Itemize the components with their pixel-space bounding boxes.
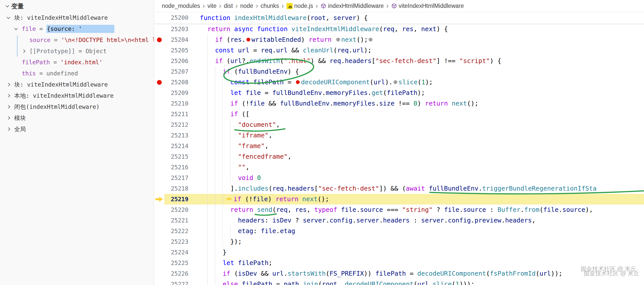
line-number[interactable]: 25220	[164, 205, 188, 215]
line-number[interactable]: 25215	[164, 151, 188, 162]
tree-chevron-icon[interactable]	[22, 50, 29, 52]
line-number[interactable]: 25205	[164, 45, 188, 56]
code-text: "iframe",	[188, 130, 644, 141]
line-number[interactable]: 25212	[164, 119, 188, 130]
line-number[interactable]: 25222	[164, 226, 188, 236]
gutter-glyph-margin[interactable]	[154, 247, 164, 258]
sticky-scroll-line[interactable]: 25200function indexHtmlMiddleware(root, …	[154, 12, 644, 24]
breakpoint-icon[interactable]	[154, 34, 164, 45]
gutter-glyph-margin[interactable]	[154, 119, 164, 130]
code-token: url	[238, 47, 249, 54]
section-collapse-chevron-icon[interactable]	[6, 4, 9, 7]
line-number[interactable]: 25210	[164, 98, 188, 109]
gutter-glyph-margin[interactable]	[154, 258, 164, 268]
line-number[interactable]: 25207	[164, 66, 188, 77]
variable-row[interactable]: 块: viteIndexHtmlMiddleware	[0, 12, 154, 23]
line-number[interactable]: 25223	[164, 236, 188, 247]
variable-row[interactable]: 块: viteIndexHtmlMiddleware	[0, 79, 154, 90]
line-number[interactable]: 25219	[164, 194, 188, 205]
tree-chevron-icon[interactable]	[7, 117, 14, 119]
variables-section-header[interactable]: 变量	[0, 0, 154, 12]
line-number[interactable]: 25225	[164, 258, 188, 268]
line-number[interactable]: 25226	[164, 268, 188, 279]
code-token: return	[425, 100, 452, 107]
gutter-glyph-margin[interactable]	[154, 66, 164, 77]
line-number[interactable]: 25216	[164, 162, 188, 173]
variable-row[interactable]: 模块	[0, 112, 154, 124]
gutter-glyph-margin[interactable]	[154, 205, 164, 215]
code-token: url	[272, 270, 284, 277]
line-number[interactable]: 25200	[164, 12, 188, 24]
line-number[interactable]: 25227	[164, 279, 188, 285]
gutter-glyph-margin[interactable]	[154, 88, 164, 98]
gutter-glyph-margin[interactable]	[154, 12, 164, 24]
variable-row[interactable]: 本地: viteIndexHtmlMiddleware	[0, 90, 154, 101]
variable-row[interactable]: file = {source: '	[0, 23, 154, 34]
breadcrumb-item[interactable]: node_modules	[162, 3, 200, 9]
gutter-glyph-margin[interactable]	[154, 215, 164, 226]
code-line: 25204 if (res.writableEnded) return next…	[154, 34, 644, 45]
variable-row[interactable]: source = '\n<!DOCTYPE html>\n<html la	[0, 34, 154, 46]
line-number[interactable]: 25209	[164, 88, 188, 98]
variable-row[interactable]: [[Prototype]] = Object	[0, 46, 154, 57]
code-token: root	[322, 280, 337, 285]
breadcrumb-item[interactable]: chunks	[261, 3, 279, 9]
gutter-glyph-margin[interactable]	[154, 279, 164, 285]
breakpoint-icon[interactable]	[154, 77, 164, 88]
line-number[interactable]: 25206	[164, 56, 188, 66]
debug-current-line-arrow-icon[interactable]	[154, 194, 164, 205]
breadcrumb-item[interactable]: viteIndexHtmlMiddleware	[391, 3, 464, 9]
breadcrumb-item[interactable]: dist	[224, 3, 233, 9]
gutter-glyph-margin[interactable]	[154, 183, 164, 194]
line-number[interactable]: 25221	[164, 215, 188, 226]
gutter-glyph-margin[interactable]	[154, 173, 164, 183]
variable-row[interactable]: this = undefined	[0, 68, 154, 79]
variable-row[interactable]: 全局	[0, 124, 154, 135]
gutter-glyph-margin[interactable]	[154, 268, 164, 279]
breadcrumb-item[interactable]: indexHtmlMiddleware	[320, 3, 384, 9]
tree-chevron-icon[interactable]	[14, 28, 22, 30]
gutter-glyph-margin[interactable]	[154, 226, 164, 236]
breadcrumb-item[interactable]: vite	[207, 3, 217, 9]
gutter-glyph-margin[interactable]	[154, 162, 164, 173]
tree-chevron-icon[interactable]	[7, 106, 14, 108]
line-number[interactable]: 25204	[164, 34, 188, 45]
line-number[interactable]: 25218	[164, 183, 188, 194]
code-line: 25214 "frame",	[154, 141, 644, 151]
gutter-glyph-margin[interactable]	[154, 236, 164, 247]
line-number[interactable]: 25214	[164, 141, 188, 151]
code-token: cleanUrl	[303, 47, 333, 54]
line-number[interactable]: 25213	[164, 130, 188, 141]
breadcrumb-item[interactable]: node	[240, 3, 253, 9]
variable-row[interactable]: filePath = 'index.html'	[0, 57, 154, 68]
gutter-glyph-margin[interactable]	[154, 109, 164, 119]
line-number[interactable]: 25203	[164, 24, 188, 34]
gutter-glyph-margin[interactable]	[154, 24, 164, 34]
code-token: file	[253, 195, 268, 203]
code-token: .	[242, 36, 246, 43]
code-token: ,	[246, 164, 249, 171]
line-number[interactable]: 25211	[164, 109, 188, 119]
gutter-glyph-margin[interactable]	[154, 56, 164, 66]
code-token: (	[379, 25, 383, 33]
line-number[interactable]: 25217	[164, 173, 188, 183]
gutter-glyph-margin[interactable]	[154, 130, 164, 141]
tree-chevron-icon[interactable]	[7, 128, 14, 130]
gutter-glyph-margin[interactable]	[154, 98, 164, 109]
line-number[interactable]: 25208	[164, 77, 188, 88]
code-token: ),	[585, 206, 593, 213]
gutter-glyph-margin[interactable]	[154, 151, 164, 162]
line-number[interactable]: 25224	[164, 247, 188, 258]
tree-chevron-icon[interactable]	[7, 94, 14, 97]
variable-row[interactable]: 闭包(indexHtmlMiddleware)	[0, 101, 154, 112]
code-token: (	[486, 270, 490, 277]
breadcrumb-item[interactable]: JSnode.js	[287, 3, 313, 9]
code-token: (!	[242, 100, 249, 107]
gutter-glyph-margin[interactable]	[154, 45, 164, 56]
code-token: )	[268, 195, 276, 203]
tree-chevron-icon[interactable]	[7, 83, 14, 86]
gutter-glyph-margin[interactable]	[154, 141, 164, 151]
code-token: headers	[505, 217, 532, 224]
code-token: file	[249, 100, 265, 107]
tree-chevron-icon[interactable]	[7, 17, 14, 18]
